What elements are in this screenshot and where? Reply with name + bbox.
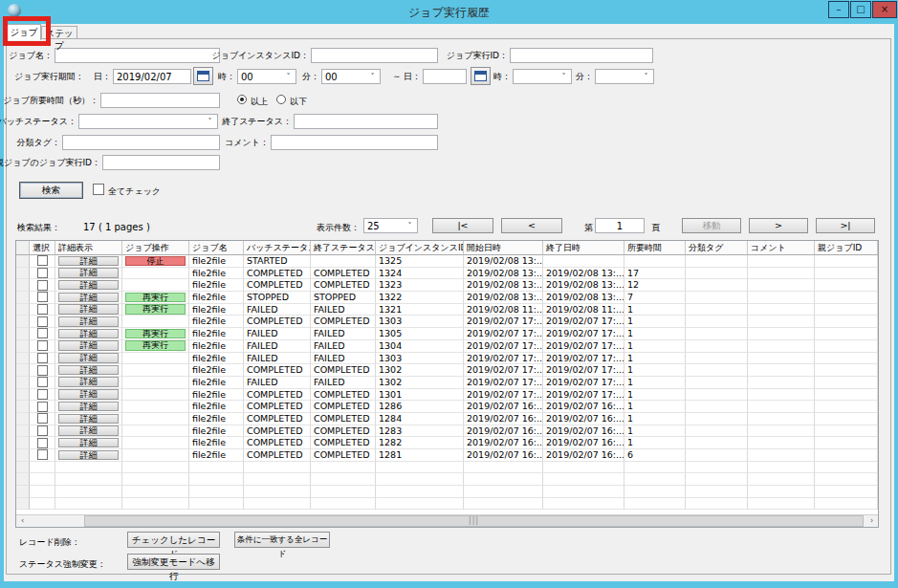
row-select-checkbox[interactable] xyxy=(37,389,48,400)
row-select-checkbox[interactable] xyxy=(37,365,48,376)
next-page-button[interactable]: > xyxy=(749,218,808,233)
to-date-input[interactable] xyxy=(423,69,467,84)
empty-cell xyxy=(122,473,189,486)
row-select-checkbox[interactable] xyxy=(37,425,48,436)
cell-job-instance-id: 1322 xyxy=(376,292,464,304)
prev-page-button[interactable]: < xyxy=(501,218,562,233)
row-select-checkbox[interactable] xyxy=(37,449,48,460)
job-instance-id-input[interactable] xyxy=(311,48,438,63)
detail-button[interactable]: 詳細 xyxy=(58,316,119,327)
job-operation-cell: 再実行 xyxy=(122,304,189,316)
detail-button[interactable]: 詳細 xyxy=(58,389,119,400)
job-exec-id-input[interactable] xyxy=(510,48,653,63)
radio-lte[interactable] xyxy=(276,95,286,104)
detail-button[interactable]: 詳細 xyxy=(58,329,119,339)
dropdown-arrow-icon: ˅ xyxy=(204,116,216,127)
empty-cell xyxy=(244,498,311,511)
detail-button[interactable]: 詳細 xyxy=(58,280,119,291)
check-all-checkbox[interactable] xyxy=(93,184,104,195)
cell-start-datetime: 2019/02/07 17:... xyxy=(464,353,543,365)
dropdown-arrow-icon: ˅ xyxy=(282,71,295,82)
from-date-calendar-button[interactable] xyxy=(193,67,213,85)
detail-button[interactable]: 詳細 xyxy=(58,414,119,425)
detail-button[interactable]: 詳細 xyxy=(58,293,119,303)
cell-job-name: file2file xyxy=(189,401,244,413)
row-select-checkbox[interactable] xyxy=(37,413,48,424)
job-operation-cell xyxy=(122,316,189,328)
maximize-button[interactable]: □ xyxy=(850,1,871,18)
table-row: 詳細再実行file2fileFAILEDFAILED13212019/02/08… xyxy=(16,304,878,316)
row-select-checkbox[interactable] xyxy=(37,316,48,327)
table-row: 詳細file2fileCOMPLETEDCOMPLETED13242019/02… xyxy=(16,268,878,280)
to-date-calendar-button[interactable] xyxy=(471,67,491,85)
detail-button[interactable]: 詳細 xyxy=(58,268,119,278)
row-select-checkbox[interactable] xyxy=(37,268,48,278)
empty-cell xyxy=(624,473,686,486)
detail-button[interactable]: 詳細 xyxy=(58,450,119,461)
detail-button[interactable]: 詳細 xyxy=(58,365,119,376)
row-select-checkbox[interactable] xyxy=(37,377,48,387)
horizontal-scrollbar[interactable]: ‹|||› xyxy=(16,514,878,527)
duration-input[interactable] xyxy=(100,93,220,108)
empty-cell xyxy=(55,498,122,511)
comment-input[interactable] xyxy=(271,135,438,150)
to-hour-select[interactable]: ˅ xyxy=(513,69,572,84)
radio-gte[interactable] xyxy=(237,95,247,104)
row-select-checkbox[interactable] xyxy=(37,304,48,315)
last-page-button[interactable]: >| xyxy=(816,218,875,233)
first-page-button[interactable]: |< xyxy=(432,218,493,233)
rerun-button[interactable]: 再実行 xyxy=(125,304,186,315)
batch-status-select[interactable]: ˅ xyxy=(78,114,218,129)
scroll-right-icon[interactable]: › xyxy=(865,515,878,527)
move-page-button[interactable]: 移動 xyxy=(682,218,741,233)
delete-checked-button[interactable]: チェックしたレコード xyxy=(127,532,220,548)
row-header-cell xyxy=(16,268,30,280)
job-operation-cell xyxy=(122,268,189,280)
row-select-checkbox[interactable] xyxy=(37,328,48,338)
job-name-input[interactable] xyxy=(55,48,220,63)
cell-end-datetime: 2019/02/07 16:... xyxy=(543,413,624,425)
cell-comment xyxy=(748,389,815,402)
scrollbar-thumb[interactable]: ||| xyxy=(84,515,864,527)
row-select-checkbox[interactable] xyxy=(37,438,48,448)
row-select-checkbox[interactable] xyxy=(37,280,48,291)
empty-cell xyxy=(748,498,815,511)
row-select-checkbox[interactable] xyxy=(37,353,48,363)
rerun-button[interactable]: 再実行 xyxy=(125,340,186,351)
detail-button[interactable]: 詳細 xyxy=(58,256,119,267)
scroll-left-icon[interactable]: ‹ xyxy=(16,515,29,527)
rerun-button[interactable]: 再実行 xyxy=(125,329,186,339)
exit-status-input[interactable] xyxy=(294,114,438,129)
from-minute-select[interactable]: 00 ˅ xyxy=(321,69,381,84)
detail-button[interactable]: 詳細 xyxy=(58,304,119,315)
detail-button[interactable]: 詳細 xyxy=(58,377,119,387)
minimize-button[interactable]: – xyxy=(828,1,849,18)
row-select-checkbox[interactable] xyxy=(37,255,48,266)
stop-button[interactable]: 停止 xyxy=(125,256,186,267)
cell-comment xyxy=(748,377,815,389)
page-size-select[interactable]: 25 ˅ xyxy=(363,218,418,233)
cell-parent-job-id xyxy=(815,364,878,377)
search-button[interactable]: 検索 xyxy=(19,182,83,199)
detail-button[interactable]: 詳細 xyxy=(58,353,119,363)
force-change-mode-button[interactable]: 強制変更モードへ移行 xyxy=(127,554,220,570)
empty-cell xyxy=(543,473,624,486)
rerun-button[interactable]: 再実行 xyxy=(125,293,186,303)
detail-button[interactable]: 詳細 xyxy=(58,402,119,412)
row-select-checkbox[interactable] xyxy=(37,402,48,412)
row-header-cell xyxy=(16,255,30,268)
close-button[interactable]: × xyxy=(872,1,897,18)
parent-exec-id-input[interactable] xyxy=(102,155,220,170)
detail-button[interactable]: 詳細 xyxy=(58,438,119,448)
from-date-input[interactable] xyxy=(113,69,191,84)
detail-button[interactable]: 詳細 xyxy=(58,425,119,436)
page-number-input[interactable] xyxy=(595,218,645,233)
tag-input[interactable] xyxy=(62,135,220,150)
from-hour-select[interactable]: 00 ˅ xyxy=(237,69,296,84)
delete-all-matching-button[interactable]: 条件に一致する全レコード xyxy=(234,532,330,548)
row-select-checkbox[interactable] xyxy=(37,340,48,351)
to-minute-select[interactable]: ˅ xyxy=(595,69,654,84)
row-select-checkbox[interactable] xyxy=(37,292,48,302)
detail-button[interactable]: 詳細 xyxy=(58,340,119,351)
select-cell xyxy=(30,268,55,280)
